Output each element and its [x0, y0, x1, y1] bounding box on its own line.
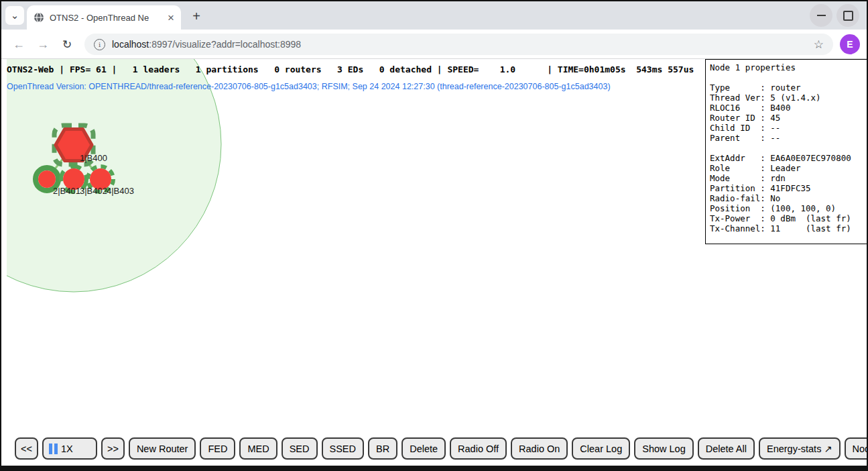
chevron-down-icon: ⌄ [11, 9, 19, 21]
pause-speed-button[interactable]: 1X [42, 437, 97, 460]
clear-log-button[interactable]: Clear Log [572, 437, 630, 460]
forward-arrow-icon: → [37, 38, 49, 52]
reload-icon: ↻ [62, 38, 72, 52]
network-canvas[interactable] [7, 59, 704, 435]
back-button[interactable]: ← [11, 36, 27, 52]
forward-button[interactable]: → [35, 36, 51, 52]
node-1-label: 1|B400 [80, 153, 107, 163]
radio-on-button[interactable]: Radio On [511, 437, 568, 460]
delete-all-button[interactable]: Delete All [698, 437, 755, 460]
browser-window: ⌄ OTNS2 - OpenThread Ne × + ← → [0, 0, 868, 471]
node-properties-panel: Node 1 properties Type : router Thread V… [705, 59, 867, 244]
node-properties-title: Node 1 properties [710, 62, 864, 72]
bookmark-star-icon[interactable]: ☆ [814, 38, 824, 52]
sed-button[interactable]: SED [282, 437, 318, 460]
globe-favicon-icon [34, 12, 44, 23]
pause-icon [49, 443, 58, 454]
url-text: localhost:8997/visualize?addr=localhost:… [112, 39, 814, 50]
speed-label: 1X [61, 443, 73, 454]
url-path: :8997/visualize?addr=localhost:8998 [149, 39, 301, 50]
window-maximize-button[interactable] [836, 4, 859, 27]
tab-otns2[interactable]: OTNS2 - OpenThread Ne × [27, 5, 181, 30]
speed-up-button[interactable]: >> [101, 437, 125, 460]
url-host: localhost [112, 39, 149, 50]
node-3-label: 3|B402 [80, 186, 107, 196]
openthread-version-line: OpenThread Version: OPENTHREAD/thread-re… [7, 82, 611, 91]
node-4-label: 4|B403 [107, 186, 134, 196]
ssed-button[interactable]: SSED [322, 437, 365, 460]
back-arrow-icon: ← [13, 38, 25, 52]
plus-icon: + [192, 9, 200, 24]
new-router-button[interactable]: New Router [129, 437, 196, 460]
tab-close-icon[interactable]: × [168, 12, 174, 23]
otns-visualization-page: OTNS2-Web | FPS= 61 | 1 leaders 1 partit… [1, 59, 867, 466]
minimize-icon [817, 15, 826, 16]
med-button[interactable]: MED [239, 437, 277, 460]
address-bar: ← → ↻ i localhost:8997/visualize?addr=lo… [1, 30, 867, 59]
url-field[interactable]: i localhost:8997/visualize?addr=localhos… [84, 34, 833, 55]
node-properties-body: Type : router Thread Ver: 5 (v1.4.x) RLO… [710, 83, 864, 233]
tab-bar: ⌄ OTNS2 - OpenThread Ne × + [1, 1, 867, 30]
tab-title: OTNS2 - OpenThread Ne [50, 13, 164, 23]
maximize-icon [843, 11, 853, 21]
profile-avatar[interactable]: E [840, 34, 860, 54]
node-stats-button[interactable]: Node-stats ↗ [845, 437, 867, 460]
simulation-status-bar: OTNS2-Web | FPS= 61 | 1 leaders 1 partit… [7, 64, 694, 74]
radio-off-button[interactable]: Radio Off [450, 437, 507, 460]
fed-button[interactable]: FED [200, 437, 235, 460]
node-2-label: 2|B401 [53, 186, 80, 196]
show-log-button[interactable]: Show Log [634, 437, 694, 460]
speed-down-button[interactable]: << [15, 437, 38, 460]
energy-stats-button[interactable]: Energy-stats ↗ [759, 437, 841, 460]
delete-button[interactable]: Delete [401, 437, 446, 460]
action-toolbar: << 1X >> New Router FED MED SED SSED BR … [15, 437, 867, 460]
window-minimize-button[interactable] [810, 4, 832, 27]
reload-button[interactable]: ↻ [59, 36, 75, 52]
tab-search-chevron-button[interactable]: ⌄ [5, 6, 24, 25]
site-info-icon[interactable]: i [94, 39, 105, 50]
br-button[interactable]: BR [368, 437, 397, 460]
new-tab-button[interactable]: + [188, 7, 205, 25]
